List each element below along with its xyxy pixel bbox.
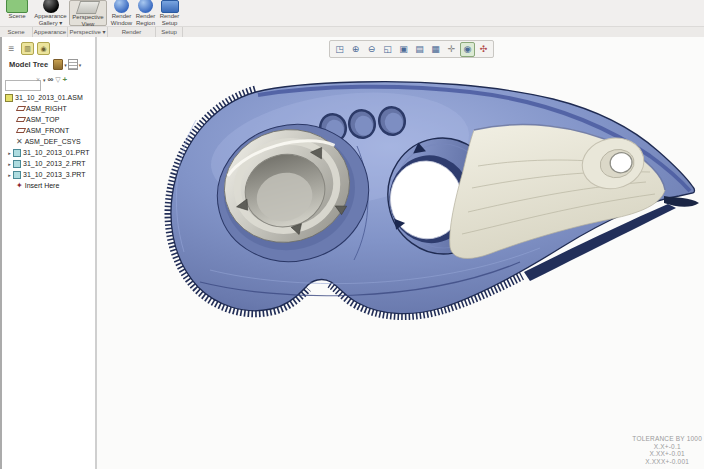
render-region-button[interactable]: Render Region <box>134 0 157 26</box>
part-icon <box>13 149 21 157</box>
group-label-scene: Scene <box>0 27 33 37</box>
navigator-panel: ≡ ▥ ◉ Model Tree ▾ ▾ × ▾ ∞ ▽ + <box>0 37 95 469</box>
tree-item-asm-top[interactable]: ASM_TOP <box>2 114 95 125</box>
group-label-perspective[interactable]: Perspective ▾ <box>68 27 108 37</box>
model-tree-tab-icon[interactable]: ≡ <box>5 42 18 55</box>
panel-splitter[interactable] <box>95 37 97 469</box>
tree-item-insert-here[interactable]: ✦ Insert Here <box>2 180 95 191</box>
render-window-icon <box>114 0 129 13</box>
tree-item-asm-right[interactable]: ASM_RIGHT <box>2 103 95 114</box>
scene-icon <box>6 0 28 13</box>
group-label-render: Render <box>108 27 156 37</box>
part-icon <box>13 160 21 168</box>
render-window-button[interactable]: Render Window <box>110 0 133 26</box>
insert-here-icon: ✦ <box>16 182 23 190</box>
ribbon-group-labels: Scene Appearance Perspective ▾ Render Se… <box>0 26 704 37</box>
tree-item-part-3[interactable]: ▸ 31_10_2013_3.PRT <box>2 169 95 180</box>
ribbon: Scene Appearance Gallery ▾ Perspective V… <box>0 0 704 37</box>
model-tree-header: Model Tree ▾ ▾ <box>2 59 95 70</box>
appearance-gallery-button[interactable]: Appearance Gallery ▾ <box>33 0 68 26</box>
clear-search-icon[interactable]: × <box>36 74 40 85</box>
assembly-icon <box>5 94 13 102</box>
model-tree: 31_10_2013_01.ASM ASM_RIGHT ASM_TOP ASM_… <box>2 92 95 191</box>
scene-button-label: Scene <box>2 13 32 20</box>
group-label-setup: Setup <box>156 27 183 37</box>
tree-item-part-1[interactable]: ▸ 31_10_2013_01.PRT <box>2 147 95 158</box>
expand-arrow-icon[interactable]: ▸ <box>6 172 13 178</box>
add-filter-icon[interactable]: + <box>63 75 68 85</box>
datum-plane-icon <box>16 106 26 111</box>
perspective-view-button[interactable]: Perspective View <box>69 0 107 26</box>
tree-item-part-2[interactable]: ▸ 31_10_2013_2.PRT <box>2 158 95 169</box>
tree-search-row: × ▾ ∞ ▽ + <box>2 74 95 85</box>
datum-plane-icon <box>16 128 26 133</box>
expand-arrow-icon[interactable]: ▸ <box>6 161 13 167</box>
application-window: Scene Appearance Gallery ▾ Perspective V… <box>0 0 704 469</box>
search-options-dropdown-icon[interactable]: ▾ <box>43 77 46 83</box>
navigator-tabs: ≡ ▥ ◉ <box>2 37 95 55</box>
cad-model-viewport[interactable] <box>0 0 704 469</box>
tree-item-assembly[interactable]: 31_10_2013_01.ASM <box>2 92 95 103</box>
find-icon[interactable]: ∞ <box>48 75 54 85</box>
favorites-tab-icon[interactable]: ◉ <box>37 42 50 55</box>
appearance-sphere-icon <box>43 0 59 13</box>
tree-display-icon[interactable] <box>68 59 78 70</box>
tree-item-asm-front[interactable]: ASM_FRONT <box>2 125 95 136</box>
render-setup-button[interactable]: Render Setup <box>158 0 181 26</box>
tree-display-dropdown-icon[interactable]: ▾ <box>79 62 82 68</box>
scene-button[interactable]: Scene <box>2 0 32 26</box>
expand-arrow-icon[interactable]: ▸ <box>6 150 13 156</box>
model-tree-title: Model Tree <box>9 60 48 69</box>
render-region-icon <box>138 0 153 13</box>
csys-icon: ✕ <box>16 138 23 146</box>
tree-settings-icon[interactable] <box>53 59 63 70</box>
filter-icon[interactable]: ▽ <box>55 75 60 85</box>
folder-browser-tab-icon[interactable]: ▥ <box>21 42 34 55</box>
tree-settings-dropdown-icon[interactable]: ▾ <box>64 62 67 68</box>
datum-plane-icon <box>16 117 26 122</box>
render-setup-icon <box>161 0 179 13</box>
group-label-appearance: Appearance <box>33 27 68 37</box>
part-icon <box>13 171 21 179</box>
tree-item-asm-def-csys[interactable]: ✕ ASM_DEF_CSYS <box>2 136 95 147</box>
perspective-view-icon <box>76 1 100 14</box>
